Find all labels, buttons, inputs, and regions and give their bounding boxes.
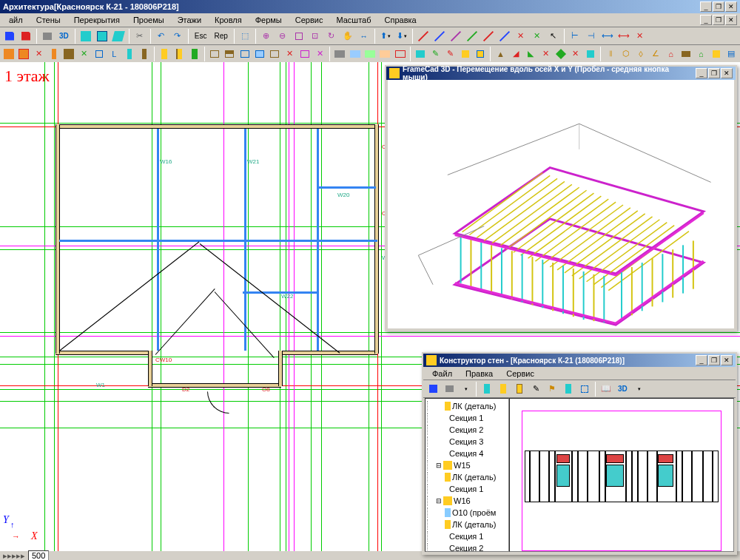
wall-tool-2[interactable] <box>17 47 30 61</box>
tree-item[interactable]: Секция 2 <box>427 542 507 552</box>
menu-help[interactable]: Справка <box>379 14 423 26</box>
edit-1-icon[interactable] <box>414 47 427 61</box>
viewer-3d-window[interactable]: FrameCad 3D - Перемещение вдоль осей X и… <box>385 65 737 331</box>
we-panel1-icon[interactable] <box>480 382 494 397</box>
grid-6-icon[interactable] <box>298 47 312 61</box>
tree-expand-icon[interactable]: ⊟ <box>436 497 442 505</box>
roof-3-icon[interactable]: ◣ <box>524 47 537 61</box>
wall-editor-window[interactable]: Конструктор стен - [Красноярск К-21 (180… <box>422 352 737 555</box>
mdi-restore-button[interactable]: ❐ <box>713 15 724 25</box>
wall-menu-edit[interactable]: Правка <box>460 368 499 379</box>
line-purple-icon[interactable] <box>448 29 463 44</box>
grid-3-icon[interactable] <box>238 47 251 61</box>
tree-item[interactable]: ЛК (деталь) <box>427 519 507 530</box>
truss-8-icon[interactable] <box>709 47 722 61</box>
zoom-window-icon[interactable] <box>292 29 306 44</box>
tree-item[interactable]: ЛК (деталь) <box>427 400 507 412</box>
wall-editor-minimize-button[interactable]: _ <box>696 355 707 365</box>
dim-x-icon[interactable]: ⟷ <box>616 29 631 44</box>
refresh-icon[interactable]: ↻ <box>324 29 339 44</box>
plan-2-icon[interactable] <box>349 47 362 61</box>
plan-4-icon[interactable] <box>378 47 391 61</box>
wall-l-icon[interactable]: L <box>107 47 121 61</box>
minimize-button[interactable]: _ <box>700 1 712 12</box>
viewer-3d-titlebar[interactable]: FrameCad 3D - Перемещение вдоль осей X и… <box>386 67 736 80</box>
truss-6-icon[interactable] <box>679 47 693 61</box>
layers3-icon[interactable] <box>111 29 126 44</box>
tree-item[interactable]: ⊟W15 <box>427 459 507 471</box>
we-print-icon[interactable] <box>442 382 457 397</box>
tree-item[interactable]: ЛК (деталь) <box>427 471 507 483</box>
we-mark-icon[interactable]: ⚑ <box>545 382 559 397</box>
save-icon[interactable] <box>2 29 17 44</box>
panel-2-icon[interactable] <box>172 47 186 61</box>
plan-5-icon[interactable] <box>393 47 406 61</box>
tree-item[interactable]: Секция 2 <box>427 424 507 436</box>
we-sel-icon[interactable] <box>577 382 592 397</box>
edit-3-icon[interactable]: ✎ <box>443 47 457 61</box>
panel-3-icon[interactable] <box>188 47 201 61</box>
wall-editor-close-button[interactable]: ✕ <box>721 355 733 365</box>
tree-item[interactable]: Секция 1 <box>427 530 507 542</box>
we-pencil-icon[interactable]: ✎ <box>528 382 543 397</box>
wall-editor-titlebar[interactable]: Конструктор стен - [Красноярск К-21 (180… <box>423 354 736 367</box>
wall-preview[interactable] <box>509 398 734 552</box>
pan-x-icon[interactable]: ↔ <box>357 29 371 44</box>
dim-del-icon[interactable]: ✕ <box>633 29 648 44</box>
we-panel2-icon[interactable] <box>496 382 511 397</box>
viewer-maximize-button[interactable]: ❐ <box>708 68 720 78</box>
menu-slabs[interactable]: Перекрытия <box>68 14 126 26</box>
wall-tool-3[interactable] <box>47 47 61 61</box>
line-red-icon[interactable] <box>416 29 431 44</box>
grid-x-icon[interactable]: ✕ <box>283 47 296 61</box>
roof-1-icon[interactable]: ▲ <box>494 47 507 61</box>
esc-button[interactable]: Esc <box>191 29 211 44</box>
tree-item[interactable]: Секция 1 <box>427 483 507 495</box>
edit-4-icon[interactable] <box>459 47 472 61</box>
tree-item[interactable]: Секция 3 <box>427 436 507 448</box>
line-blue-icon[interactable] <box>432 29 447 44</box>
zoom-out-icon[interactable]: ⊖ <box>275 29 290 44</box>
dim3-icon[interactable]: ⟷ <box>600 29 615 44</box>
grid-5-icon[interactable] <box>268 47 281 61</box>
close-button[interactable]: ✕ <box>725 1 737 12</box>
wall-tool-5[interactable] <box>92 47 106 61</box>
roof-4-icon[interactable] <box>554 47 567 61</box>
up-icon[interactable]: ⬆▾ <box>378 29 393 44</box>
down-icon[interactable]: ⬇▾ <box>394 29 409 44</box>
wall-x-icon[interactable]: ✕ <box>33 47 46 61</box>
plan-1-icon[interactable] <box>333 47 346 61</box>
truss-4-icon[interactable]: ∠ <box>649 47 662 61</box>
zoom-in-icon[interactable]: ⊕ <box>259 29 274 44</box>
rep-button[interactable]: Rep <box>210 29 231 44</box>
zoom-extents-icon[interactable]: ⊡ <box>308 29 323 44</box>
line-red2-icon[interactable] <box>481 29 496 44</box>
tree-item[interactable]: Секция 4 <box>427 448 507 459</box>
we-drop2-icon[interactable]: ▾ <box>632 382 647 397</box>
truss-9-icon[interactable]: ▤ <box>724 47 738 61</box>
viewport-3d[interactable] <box>388 80 734 328</box>
menu-roof[interactable]: Кровля <box>209 14 248 26</box>
we-3d-button[interactable]: 3D <box>614 382 631 397</box>
menu-scale[interactable]: Масштаб <box>330 14 377 26</box>
select-icon[interactable]: ⬚ <box>238 29 252 44</box>
we-save-icon[interactable] <box>426 382 440 397</box>
edit-2-icon[interactable]: ✎ <box>428 47 442 61</box>
we-panel3-icon[interactable] <box>512 382 527 397</box>
truss-2-icon[interactable]: ⬡ <box>619 47 633 61</box>
print-icon[interactable] <box>40 29 55 44</box>
wall-menu-service[interactable]: Сервис <box>500 368 540 379</box>
tree-item[interactable]: О10 (проём <box>427 507 507 519</box>
undo-icon[interactable]: ↶ <box>154 29 169 44</box>
wall-menu-file[interactable]: Файл <box>426 368 458 379</box>
tree-expand-icon[interactable]: ⊟ <box>436 462 442 469</box>
truss-5-icon[interactable]: ⌂ <box>664 47 677 61</box>
menu-openings[interactable]: Проемы <box>127 14 170 26</box>
cut-icon[interactable]: ✂ <box>132 29 147 44</box>
wall-cyan-icon[interactable] <box>122 47 135 61</box>
grid-x2-icon[interactable]: ✕ <box>313 47 326 61</box>
tree-item[interactable]: ⊟W16 <box>427 495 507 507</box>
we-book-icon[interactable]: 📖 <box>599 382 613 397</box>
save2-icon[interactable] <box>18 29 33 44</box>
grid-2-icon[interactable] <box>223 47 236 61</box>
